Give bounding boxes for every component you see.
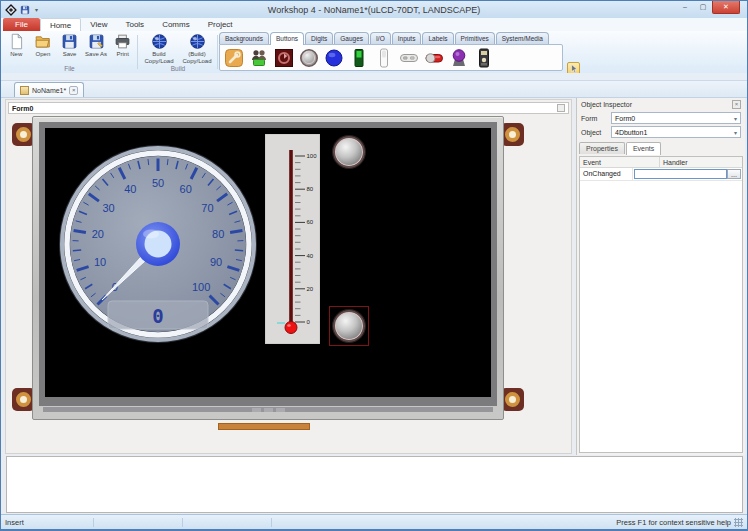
toggle-switch-icon[interactable] [424,48,444,68]
form-name-label: Form0 [12,105,33,112]
group-label-build: Build [140,65,216,72]
slide-switch-icon[interactable] [399,48,419,68]
ribbon-button-save[interactable]: Save [57,33,81,58]
title-bar: ▾ Workshop 4 - NoName1*(uLCD-70DT, LANDS… [1,1,747,18]
metal-button-widget[interactable] [333,136,365,168]
svg-text:90: 90 [210,256,222,268]
status-separator [93,518,94,527]
menu-tab-comms[interactable]: Comms [153,18,199,31]
form-title-bar: Form0 [8,102,569,114]
form-file-icon [20,86,29,95]
trackbar-icon[interactable] [474,48,494,68]
inspector-close-icon[interactable]: × [732,100,741,109]
object-select[interactable]: 4Dbutton1 ▾ [611,126,741,138]
led-digits-icon[interactable] [349,48,369,68]
ribbon-button-print[interactable]: Print [111,33,135,58]
tab-properties[interactable]: Properties [579,142,625,154]
ribbon-button-label: Open [36,51,51,58]
column-header-handler: Handler [660,157,742,167]
color-button-icon[interactable] [324,48,344,68]
thermometer-widget[interactable]: 100806040200 [265,134,320,344]
mount-hole-top-right [501,123,524,146]
handler-input[interactable] [634,169,727,179]
palette-tab-labels[interactable]: Labels [422,32,453,44]
ribbon-button-save-as[interactable]: Save As [84,33,108,58]
quick-access-dropdown-icon[interactable]: ▾ [35,6,38,13]
menu-tab-file[interactable]: File [3,18,40,31]
palette-tab-backgrounds[interactable]: Backgrounds [219,32,269,44]
group-separator [137,35,138,69]
ribbon-group-build: Build Copy/Load(Build) Copy/Load Build [140,31,216,73]
palette-tab-i-o[interactable]: I/O [370,32,391,44]
minimize-button[interactable]: – [676,1,694,14]
handler-browse-button[interactable]: ... [727,169,741,179]
column-header-event: Event [580,157,660,167]
lcd-connector [218,423,310,430]
document-tab-bar: NoName1* × [1,81,747,98]
svg-text:20: 20 [92,228,104,240]
group-separator [217,35,218,69]
app-window: ▾ Workshop 4 - NoName1*(uLCD-70DT, LANDS… [0,0,748,531]
quick-access-toolbar: ▾ [1,5,91,15]
saveas-floppy-icon [88,33,105,50]
palette-tab-inputs[interactable]: Inputs [392,32,422,44]
build-globe-icon [189,33,206,50]
svg-text:10: 10 [94,256,106,268]
metal-button-icon[interactable] [299,48,319,68]
chevron-down-icon: ▾ [734,129,737,136]
app-logo-icon [5,4,16,15]
form-select[interactable]: Form0 ▾ [611,112,741,124]
lcd-screen[interactable]: 0102030405060708090100 0 100806040200 [45,128,491,397]
svg-text:50: 50 [152,177,164,189]
palette-tab-primitives[interactable]: Primitives [455,32,495,44]
win-button-icon[interactable] [224,48,244,68]
main-area: Form0 0102030405060708090100 0 [1,98,747,455]
angular-meter-widget[interactable]: 0102030405060708090100 0 [58,144,258,344]
ribbon-button-open[interactable]: Open [31,33,55,58]
menu-tab-tools[interactable]: Tools [116,18,153,31]
document-tab-label: NoName1* [32,87,66,94]
rocker-switch-icon[interactable] [374,48,394,68]
save-floppy-icon [61,33,78,50]
ribbon-button-new[interactable]: New [4,33,28,58]
status-help-text: Press F1 for context sensitive help [616,518,731,527]
menu-tab-view[interactable]: View [81,18,116,31]
svg-text:20: 20 [307,286,314,292]
ribbon-button-build-copy-load[interactable]: Build Copy/Load [144,33,173,65]
status-separator [182,518,183,527]
output-panel[interactable] [6,456,743,513]
object-inspector-panel: Object Inspector × Form Form0 ▾ Object 4… [576,98,745,455]
resize-grip[interactable] [734,518,743,527]
close-button[interactable]: ✕ [712,1,740,14]
form-collapse-icon[interactable] [557,104,565,112]
quick-save-icon[interactable] [20,5,30,15]
menu-tab-project[interactable]: Project [199,18,242,31]
ribbon-button-label: Save [63,51,77,58]
window-title: Workshop 4 - NoName1*(uLCD-70DT, LANDSCA… [91,5,657,15]
open-folder-icon [34,33,51,50]
palette-tab-digits[interactable]: Digits [305,32,333,44]
tab-close-icon[interactable]: × [69,86,78,95]
animated-button-icon[interactable] [274,48,294,68]
palette-tab-buttons[interactable]: Buttons [270,32,304,45]
document-tab[interactable]: NoName1* × [14,82,84,97]
svg-text:60: 60 [307,219,314,225]
ribbon-button-label: Print [117,51,129,58]
knob-icon[interactable] [449,48,469,68]
palette-tab-system-media[interactable]: System/Media [496,32,549,44]
svg-text:30: 30 [102,202,114,214]
design-canvas[interactable]: Form0 0102030405060708090100 0 [5,99,572,454]
maximize-button[interactable]: ▢ [694,1,712,14]
object-field-label: Object [581,129,607,136]
build-globe-icon [151,33,168,50]
metal-button-widget-selected[interactable] [333,310,365,342]
palette-tab-gauges[interactable]: Gauges [334,32,369,44]
ribbon-button-build-copy-load[interactable]: (Build) Copy/Load [182,33,211,65]
widget-palette: BackgroundsButtonsDigitsGaugesI/OInputsL… [219,32,563,72]
svg-text:40: 40 [307,253,314,259]
status-insert-mode: Insert [5,518,93,527]
menu-tab-home[interactable]: Home [40,18,81,31]
event-name-cell: OnChanged [580,168,633,180]
tab-events[interactable]: Events [626,142,661,155]
user-button-icon[interactable] [249,48,269,68]
